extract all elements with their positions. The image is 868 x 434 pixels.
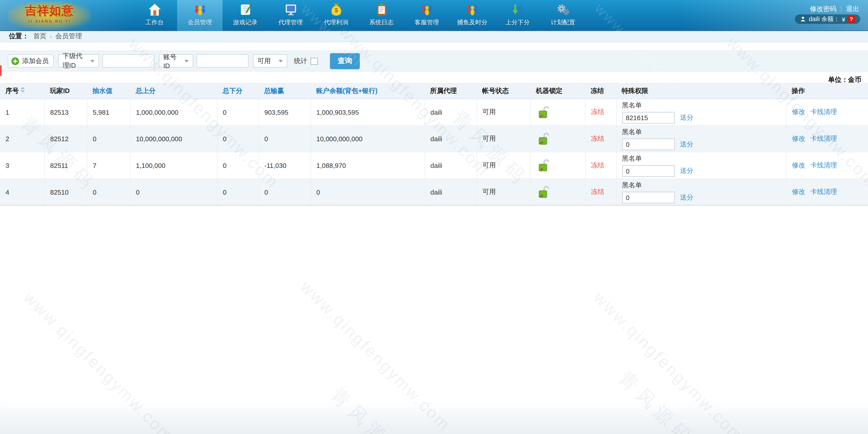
cell-player-id: 82513 (44, 99, 87, 125)
money-bag-icon: $ (329, 3, 343, 17)
account-id-select[interactable]: 账号ID (159, 54, 193, 68)
stats-label: 统计 (294, 56, 307, 66)
send-points-link[interactable]: 送分 (680, 113, 693, 123)
nav-item-workbench[interactable]: 工作台 (132, 0, 177, 31)
nav-item-plan-config[interactable]: 计划配置 (540, 0, 586, 31)
col-pump[interactable]: 抽水值 (87, 84, 130, 99)
cell-status: 可用 (477, 152, 530, 179)
blacklist-link[interactable]: 黑名单 (622, 127, 786, 137)
search-button[interactable]: 查询 (330, 53, 360, 69)
cell-freeze: 冻结 (585, 125, 616, 152)
clear-connection-link[interactable]: 卡线清理 (810, 135, 837, 142)
stats-checkbox[interactable] (311, 57, 318, 64)
blacklist-link[interactable]: 黑名单 (622, 154, 786, 164)
nav-item-game-records[interactable]: 游戏记录 (222, 0, 268, 31)
freeze-link[interactable]: 冻结 (591, 108, 604, 116)
modify-link[interactable]: 修改 (792, 161, 805, 169)
unlock-icon[interactable] (537, 132, 549, 146)
cell-balance: 0 (311, 179, 425, 205)
cell-pump: 0 (87, 179, 130, 205)
watermark: 青风源码 (613, 366, 700, 434)
watermark: www.qingfengymw.com (20, 288, 178, 434)
nav-item-fishing-points[interactable]: 捕鱼及时分 (450, 0, 495, 31)
clear-connection-link[interactable]: 卡线清理 (810, 188, 837, 196)
freeze-link[interactable]: 冻结 (591, 161, 604, 169)
col-total-down[interactable]: 总下分 (217, 84, 258, 99)
clear-connection-link[interactable]: 卡线清理 (810, 161, 837, 169)
blacklist-link[interactable]: 黑名单 (622, 180, 786, 190)
status-select[interactable]: 可用 (253, 54, 287, 68)
table-row: 2 82512 0 10,000,000,000 0 0 10,000,000,… (0, 125, 868, 152)
send-points-link[interactable]: 送分 (680, 140, 693, 149)
cell-pump: 5,981 (87, 99, 130, 125)
clipboard-icon (375, 3, 388, 17)
col-winloss[interactable]: 总输赢 (258, 84, 311, 99)
chevron-down-icon (90, 59, 95, 62)
blacklist-link[interactable]: 黑名单 (622, 101, 786, 110)
nav-item-members[interactable]: 会员管理 (177, 0, 223, 31)
col-permission: 特殊权限 (616, 84, 786, 99)
gift-points-input[interactable] (622, 139, 675, 150)
cell-pump: 7 (87, 152, 130, 179)
account-id-input[interactable] (196, 54, 248, 68)
col-agent: 所属代理 (425, 84, 476, 99)
nav-label: 客服管理 (414, 18, 439, 27)
table-row: 4 82510 0 0 0 0 0 daili 可用 冻结 黑名单 送分 (0, 179, 868, 205)
chevron-down-icon (184, 59, 189, 62)
breadcrumb-current: 会员管理 (55, 32, 82, 41)
user-icon (800, 16, 806, 22)
cell-total-down: 0 (217, 125, 258, 152)
nav-item-customer-service[interactable]: 客服管理 (404, 0, 450, 31)
nav-label: 捕鱼及时分 (457, 18, 488, 27)
table-row: 3 82511 7 1,100,000 0 -11,030 1,088,970 … (0, 152, 868, 179)
send-points-link[interactable]: 送分 (680, 166, 693, 176)
cell-agent: daili (425, 99, 476, 125)
modify-link[interactable]: 修改 (792, 135, 805, 142)
col-total-up[interactable]: 总上分 (130, 84, 217, 99)
nav-label: 系统日志 (369, 18, 394, 27)
agent-id-select[interactable]: 下级代理ID (58, 54, 99, 68)
account-links: 修改密码 退出 (810, 4, 859, 14)
nav-label: 工作台 (145, 18, 164, 27)
col-player-id: 玩家ID (44, 84, 87, 99)
breadcrumb-home[interactable]: 首页 (33, 32, 46, 41)
cell-freeze: 冻结 (585, 179, 616, 205)
col-balance[interactable]: 账户余额(背包+银行) (311, 84, 425, 99)
cell-status: 可用 (477, 179, 530, 205)
freeze-link[interactable]: 冻结 (591, 188, 604, 196)
send-points-link[interactable]: 送分 (680, 193, 693, 202)
members-table: 序号 玩家ID 抽水值 总上分 总下分 总输赢 账户余额(背包+银行) 所属代理… (0, 83, 868, 205)
logo-subtitle: JI XIANG RU YI (8, 20, 91, 23)
unlock-icon[interactable] (537, 158, 549, 172)
nav-item-system-logs[interactable]: 系统日志 (359, 0, 404, 31)
freeze-link[interactable]: 冻结 (591, 135, 604, 142)
nav-label: 游戏记录 (233, 18, 257, 27)
cell-agent: daili (425, 179, 476, 205)
cell-actions: 修改 卡线清理 (786, 152, 868, 179)
change-password-link[interactable]: 修改密码 (810, 4, 837, 14)
user-balance-pill[interactable]: daili 余额： ¥ ? (795, 15, 860, 24)
gift-points-input[interactable] (622, 112, 675, 123)
balance-unknown-badge[interactable]: ? (847, 16, 855, 23)
unlock-icon[interactable] (537, 105, 549, 119)
breadcrumb-label: 位置： (9, 32, 29, 41)
table-row: 1 82513 5,981 1,000,000,000 0 903,595 1,… (0, 99, 868, 125)
add-member-button[interactable]: 添加会员 (8, 54, 54, 68)
watermark: www.qingfengymw.com (297, 277, 455, 434)
clear-connection-link[interactable]: 卡线清理 (810, 108, 837, 116)
modify-link[interactable]: 修改 (792, 188, 805, 196)
gift-points-input[interactable] (622, 165, 675, 177)
col-seq[interactable]: 序号 (0, 84, 44, 99)
home-icon (148, 3, 161, 17)
logout-link[interactable]: 退出 (846, 4, 859, 14)
cell-balance: 10,000,000,000 (311, 125, 425, 152)
unlock-icon[interactable] (537, 185, 549, 199)
agent-id-input[interactable] (102, 54, 154, 68)
nav-item-score-updown[interactable]: 上分下分 (495, 0, 540, 31)
logo[interactable]: 吉祥如意 JI XIANG RU YI (8, 1, 91, 30)
modify-link[interactable]: 修改 (792, 108, 805, 116)
nav-item-agent-management[interactable]: 代理管理 (268, 0, 313, 31)
cell-balance: 1,088,970 (311, 152, 425, 179)
gift-points-input[interactable] (622, 192, 675, 203)
nav-item-agent-profit[interactable]: $ 代理利润 (313, 0, 359, 31)
